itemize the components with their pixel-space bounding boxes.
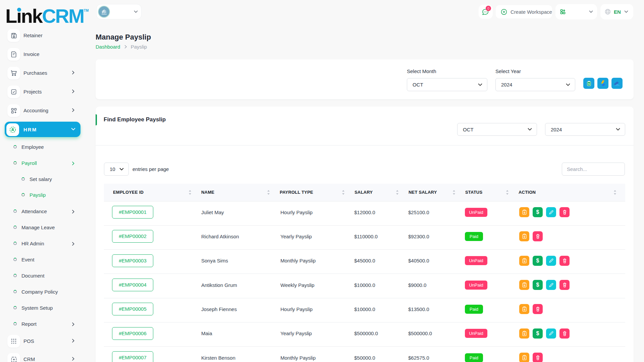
svg-text:$: $ <box>524 284 525 287</box>
svg-text:$: $ <box>524 333 525 336</box>
svg-text:$: $ <box>524 260 525 263</box>
svg-text:S: S <box>588 82 590 85</box>
svg-text:$: $ <box>524 211 525 214</box>
svg-text:$: $ <box>524 357 525 360</box>
svg-text:$: $ <box>524 308 525 311</box>
svg-text:$: $ <box>524 235 525 238</box>
